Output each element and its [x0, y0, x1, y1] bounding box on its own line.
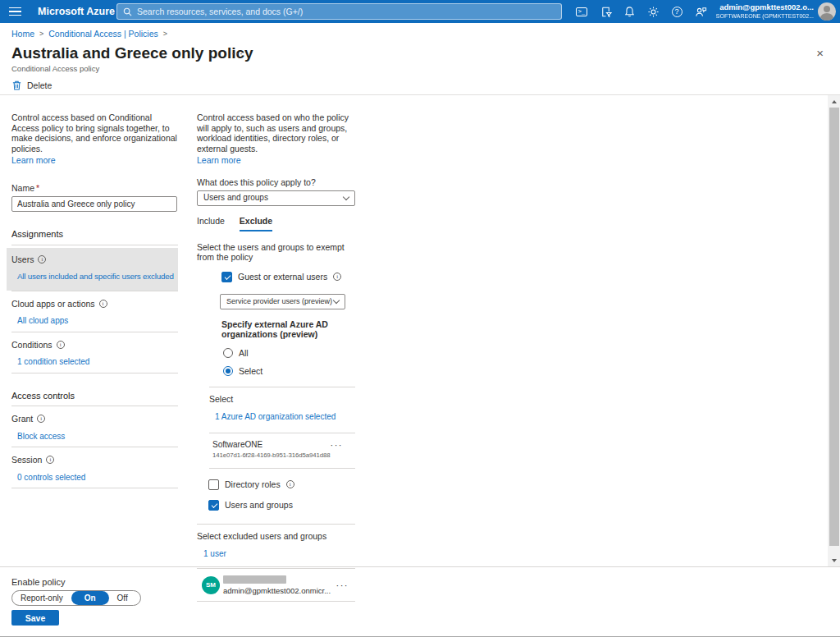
org-list-item[interactable]: SoftwareONE 141e07d1-6f28-4169-b951-316d…: [212, 440, 355, 461]
toolbar-divider: [0, 94, 840, 95]
user-email: admin@gpmkttest002.onmicr...: [223, 586, 336, 597]
help-button[interactable]: ?: [669, 3, 685, 20]
account-menu[interactable]: admin@gpmkttest002.o... SOFTWAREONE (GPM…: [716, 2, 814, 21]
user-more-menu[interactable]: ···: [336, 580, 349, 591]
conditions-value-link[interactable]: 1 condition selected: [17, 357, 178, 368]
breadcrumb-home[interactable]: Home: [11, 29, 34, 39]
page-subtitle: Conditional Access policy: [11, 64, 99, 73]
cloud-shell-button[interactable]: >_: [573, 3, 590, 20]
delete-button[interactable]: Delete: [11, 80, 52, 90]
radio-unselected-icon[interactable]: [223, 348, 233, 358]
users-nav-item[interactable]: Users All users included and specific us…: [7, 248, 178, 291]
conditions-label-row[interactable]: Conditions: [11, 340, 178, 351]
users-groups-checkbox-row[interactable]: Users and groups: [208, 500, 355, 511]
grant-label-row[interactable]: Grant: [11, 414, 178, 424]
divider: [11, 406, 178, 406]
chevron-down-icon: [343, 194, 349, 200]
directory-roles-checkbox-row[interactable]: Directory roles: [208, 479, 355, 490]
delete-label: Delete: [27, 80, 52, 90]
grant-label: Grant: [11, 414, 33, 424]
divider: [197, 524, 355, 525]
apply-to-dropdown[interactable]: Users and groups: [197, 190, 355, 206]
account-email: admin@gpmkttest002.o...: [716, 2, 814, 11]
settings-button[interactable]: [645, 3, 661, 20]
users-label: Users: [11, 254, 34, 265]
top-bar: Microsoft Azure >_ ? admin@gpmkttest002.…: [0, 0, 840, 23]
divider: [209, 433, 355, 433]
title-more-menu[interactable]: ···: [231, 48, 244, 59]
divider: [209, 387, 355, 387]
org-more-menu[interactable]: ···: [331, 440, 344, 451]
tab-include[interactable]: Include: [197, 216, 225, 231]
users-value-link[interactable]: All users included and specific users ex…: [17, 272, 173, 282]
hamburger-menu-icon[interactable]: [0, 0, 30, 23]
radio-selected-icon[interactable]: [223, 366, 233, 376]
session-label-row[interactable]: Session: [11, 455, 178, 465]
grant-value-link[interactable]: Block access: [17, 432, 178, 442]
vertical-scrollbar[interactable]: [828, 95, 840, 566]
feedback-button[interactable]: [692, 3, 709, 20]
info-icon[interactable]: [38, 255, 46, 264]
users-groups-label: Users and groups: [225, 500, 293, 511]
conditions-label: Conditions: [11, 340, 52, 351]
info-icon[interactable]: [37, 415, 45, 423]
toggle-report-only[interactable]: Report-only: [12, 591, 71, 605]
divider: [11, 245, 178, 245]
mid-description: Control access based on who the policy w…: [197, 112, 355, 154]
apply-to-value: Users and groups: [203, 193, 344, 204]
radio-select-label: Select: [239, 366, 262, 377]
scrollbar-down-arrow[interactable]: [828, 554, 840, 566]
info-icon[interactable]: [99, 300, 107, 308]
info-icon[interactable]: [46, 456, 54, 464]
close-icon[interactable]: ×: [816, 47, 824, 59]
info-icon[interactable]: [333, 273, 341, 281]
radio-select-row[interactable]: Select: [223, 366, 355, 377]
info-icon[interactable]: [286, 480, 294, 488]
scrollbar-up-arrow[interactable]: [828, 95, 840, 108]
enable-policy-toggle: Report-only On Off: [11, 590, 141, 606]
checkbox-checked-icon[interactable]: [208, 500, 219, 511]
left-learn-more-link[interactable]: Learn more: [11, 155, 56, 166]
cloud-apps-label-row[interactable]: Cloud apps or actions: [11, 299, 178, 309]
apply-question-label: What does this policy apply to?: [197, 177, 355, 188]
session-value-link[interactable]: 0 controls selected: [17, 473, 178, 483]
breadcrumb-separator: >: [163, 30, 167, 38]
info-icon[interactable]: [57, 341, 65, 349]
org-selected-link[interactable]: 1 Azure AD organization selected: [215, 412, 355, 423]
brand-title[interactable]: Microsoft Azure: [38, 6, 115, 17]
users-blade-panel: Control access based on who the policy w…: [197, 112, 355, 602]
guest-type-dropdown[interactable]: Service provider users (preview): [220, 294, 345, 309]
breadcrumb: Home > Conditional Access | Policies >: [11, 29, 167, 39]
cloud-apps-label: Cloud apps or actions: [11, 299, 95, 309]
search-input[interactable]: [137, 7, 555, 16]
radio-all-row[interactable]: All: [223, 348, 355, 359]
redacted-user-name: [223, 575, 286, 584]
bell-icon: [623, 6, 636, 18]
toggle-on[interactable]: On: [71, 591, 109, 605]
divider: [11, 488, 178, 488]
account-tenant: SOFTWAREONE (GPMKTTEST002...: [716, 11, 814, 21]
tab-exclude[interactable]: Exclude: [240, 216, 272, 231]
chevron-down-icon: [333, 296, 340, 303]
global-search[interactable]: [116, 3, 562, 20]
avatar[interactable]: [818, 2, 836, 21]
org-id: 141e07d1-6f28-4169-b951-316d5a941d88: [212, 451, 331, 461]
breadcrumb-policies[interactable]: Conditional Access | Policies: [48, 29, 158, 39]
required-asterisk: *: [36, 183, 39, 193]
divider: [11, 291, 178, 291]
feedback-icon: [695, 6, 707, 18]
guest-users-checkbox-row[interactable]: Guest or external users: [221, 272, 355, 282]
notifications-button[interactable]: [621, 3, 637, 20]
checkbox-unchecked-icon[interactable]: [208, 479, 219, 490]
guest-type-value: Service provider users (preview): [226, 296, 334, 307]
policy-name-input[interactable]: [11, 196, 177, 212]
save-button[interactable]: Save: [11, 610, 59, 626]
cloud-apps-value-link[interactable]: All cloud apps: [17, 316, 178, 327]
excluded-users-link[interactable]: 1 user: [203, 549, 355, 560]
mid-learn-more-link[interactable]: Learn more: [197, 155, 241, 166]
excluded-user-item[interactable]: SM admin@gpmkttest002.onmicr... ···: [202, 575, 355, 597]
checkbox-checked-icon[interactable]: [221, 272, 232, 282]
scrollbar-thumb[interactable]: [829, 108, 839, 546]
toggle-off[interactable]: Off: [109, 591, 136, 605]
directory-filter-button[interactable]: [597, 3, 614, 20]
